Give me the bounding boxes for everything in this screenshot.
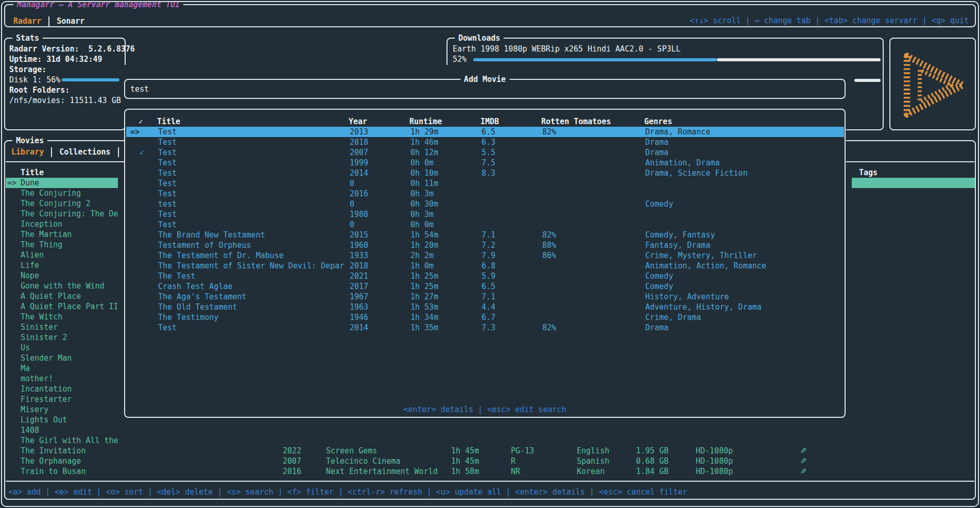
result-row[interactable]: test00h 30mComedy [126,199,844,209]
cell-rotten-tomatoes: 82% [542,230,556,240]
movie-title: Life [21,260,39,270]
cell-year: 2013 [350,127,368,137]
movies-panel-title: Movies [12,136,47,146]
cell-year: 2014 [350,168,368,178]
cell-rotten-tomatoes: 82% [542,323,556,333]
library-title-header: Title [21,167,44,178]
movie-title: Firestarter [21,394,72,404]
cell-title: Crash Test Aglae [158,281,233,292]
list-item[interactable]: Train to Busan2016Next Entertainment Wor… [5,466,975,477]
cell-imdb: 8.3 [482,168,495,178]
cell-runtime: 1h 54m [410,230,438,240]
movie-title: Sinister 2 [21,332,67,343]
stats-line: /nfs/movies: 11511.43 GB [9,95,121,106]
cell-runtime: 0h 3m [410,189,434,199]
cell-year: 2018 [350,261,368,271]
servarr-tab-sonarr[interactable]: Sonarr [53,16,89,26]
movies-tab-collections[interactable]: Collections [55,147,114,157]
movie-title: The Conjuring: The De [21,209,118,219]
cell-imdb: 6.5 [482,127,495,137]
cell-genres: Drama, Science Fiction [645,168,748,178]
edit-pencil-icon: ✎ [800,466,807,477]
result-row[interactable]: =>Test20131h 29m6.582%Drama, Romance [126,127,844,137]
cell-year: 2018 [350,137,368,147]
tab-divider [118,147,119,157]
result-row[interactable]: The Aga's Testament19671h 27m7.1History,… [126,292,844,302]
cell-title: Test [158,323,177,333]
movie-title: Inception [21,219,62,229]
selection-marker: => [130,127,140,137]
result-row[interactable]: Test00h 11m [126,178,844,189]
cell-runtime: 0h 12m [410,147,438,158]
servarr-tab-radarr[interactable]: Radarr [9,16,45,26]
cell-quality: HD-1080p [696,466,733,477]
result-row[interactable]: The Old Testament19631h 53m4.4Adventure,… [126,302,844,312]
movie-title: A Quiet Place [21,291,81,301]
result-row[interactable]: Test19990h 0m7.5Animation, Drama [126,158,844,168]
result-row[interactable]: Test20140h 10m8.3Drama, Science Fiction [126,168,844,178]
stats-line: Disk 1: 56% [9,75,60,85]
cell-year: 1960 [350,240,368,250]
tab-divider [51,147,52,157]
cell-title: Test [158,178,177,189]
result-row[interactable]: Test20160h 3m [126,189,844,199]
cell-runtime: 1h 45m [451,456,479,466]
cell-imdb: 6.8 [482,261,495,271]
cell-imdb: 7.2 [482,240,495,250]
result-row[interactable]: Test19880h 3m [126,209,844,219]
result-row[interactable]: Testament of Orpheus19601h 20m7.288%Fant… [126,240,844,250]
cell-studio: Screen Gems [326,446,377,456]
movies-tab-library[interactable]: Library [7,147,48,157]
cell-genres: Drama [645,147,668,158]
result-row[interactable]: Test20181h 46m6.3Drama [126,137,844,147]
results-column-header: IMDB [480,116,499,127]
cell-imdb: 4.4 [482,302,495,312]
cell-runtime: 1h 25m [410,281,438,292]
cell-imdb: 7.3 [482,323,495,333]
list-item[interactable]: The Orphanage2007Telecinco Cinema1h 45mR… [5,456,975,466]
cell-genres: Crime, Mystery, Thriller [645,250,757,261]
selected-row-highlight [852,178,975,188]
movie-title: mother! [21,374,53,384]
download-percent: 52% [453,54,467,64]
cell-title: Test [158,209,177,219]
cell-imdb: 7.1 [482,230,495,240]
stats-line: Root Folders: [9,85,70,95]
app-root: Managarr – A Servarr management TUI Rada… [0,0,980,508]
result-row[interactable]: The Testimony19461h 34m6.7Crime, Drama [126,312,844,323]
list-item[interactable]: The Invitation2022Screen Gems1h 45mPG-13… [5,446,975,456]
cell-certification: NR [511,466,520,477]
results-column-header: Year [349,116,367,127]
cell-size: 0.68 GB [636,456,668,466]
cell-imdb: 6.5 [482,281,495,292]
movie-title: The Thing [21,240,62,250]
search-input-box[interactable]: Add Movie test [124,79,846,99]
cell-year: 2014 [350,323,368,333]
cell-year: 1933 [350,250,368,261]
movie-title: The Girl with All the [21,435,118,446]
cell-genres: Drama, Romance [645,127,710,137]
download2-progress-fragment [854,79,881,82]
cell-runtime: 1h 35m [410,323,438,333]
result-row[interactable]: Crash Test Aglae20171h 25m6.5Comedy [126,281,844,292]
cell-size: 1.84 GB [636,466,668,477]
movie-title: 1408 [21,425,39,435]
cell-year: 1963 [350,302,368,312]
search-input-value[interactable]: test [130,84,149,94]
result-row[interactable]: The Brand New Testament20151h 54m7.182%C… [126,230,844,240]
cell-title: Test [158,137,177,147]
result-row[interactable]: Test00h 0m [126,219,844,230]
movie-title: A Quiet Place Part II [21,301,118,312]
cell-studio: Next Entertainment World [326,466,438,477]
edit-pencil-glyph: ✎ [800,446,807,456]
result-row[interactable]: Test20141h 35m7.382%Drama [126,323,844,333]
cell-runtime: 1h 0m [410,261,434,271]
result-row[interactable]: The Testament of Sister New Devil: Depar… [126,261,844,271]
result-row[interactable]: ✓Test20070h 12m5.5Drama [126,147,844,158]
result-row[interactable]: The Testament of Dr. Mabuse19332h 2m7.98… [126,250,844,261]
cell-imdb: 6.7 [482,312,495,323]
result-row[interactable]: The Test20211h 25m5.9Comedy [126,271,844,281]
cell-runtime: 0h 0m [410,158,434,168]
movie-title: Lights Out [21,415,67,425]
search-results-box: ✓TitleYearRuntimeIMDBRotten TomatoesGenr… [124,109,846,418]
